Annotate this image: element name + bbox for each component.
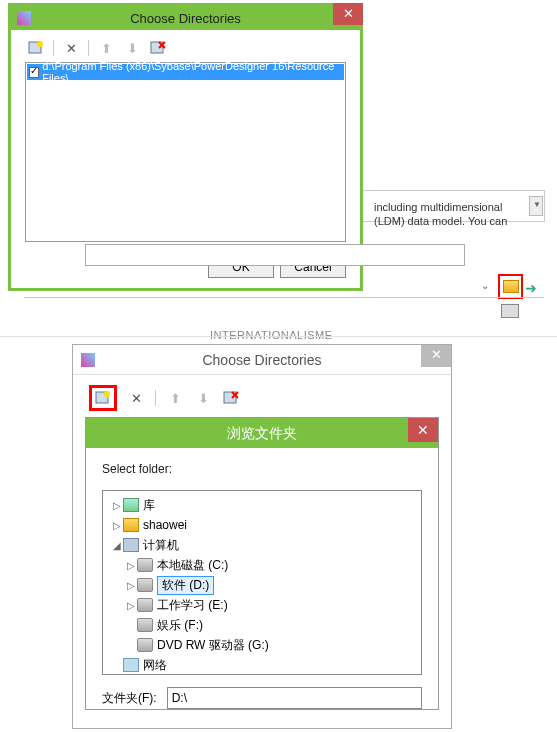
list-item[interactable]: d:\Program Files (x86)\Sybase\PowerDesig… [27, 64, 344, 80]
separator [155, 390, 156, 406]
list-item-text: d:\Program Files (x86)\Sybase\PowerDesig… [42, 60, 342, 84]
expand-icon[interactable]: ▷ [125, 560, 137, 571]
svg-point-6 [104, 391, 110, 397]
toolbar: ✕ ⬆ ⬇ [73, 375, 451, 417]
close-button[interactable]: ✕ [421, 345, 451, 367]
bg-line2: (LDM) data model. You can [374, 215, 507, 227]
titlebar[interactable]: Choose Directories ✕ [73, 345, 451, 375]
down-arrow-icon[interactable]: ⬇ [123, 40, 141, 56]
expand-icon[interactable]: ▷ [111, 500, 123, 511]
tree-node[interactable]: DVD RW 驱动器 (G:) [125, 635, 419, 655]
svg-point-1 [37, 41, 43, 47]
bg-line1: including multidimensional [374, 201, 502, 213]
tree-node[interactable]: ▷库 [111, 495, 419, 515]
titlebar[interactable]: Choose Directories ✕ [11, 6, 360, 30]
new-icon[interactable] [94, 390, 112, 406]
node-label: 娱乐 (F:) [157, 617, 203, 634]
node-icon [137, 638, 153, 652]
close-button[interactable]: ✕ [333, 3, 363, 25]
up-arrow-icon[interactable]: ⬆ [97, 40, 115, 56]
title-text: Choose Directories [11, 11, 360, 26]
node-icon [137, 598, 153, 612]
folder-input-row: 文件夹(F): [102, 687, 422, 709]
expand-icon[interactable]: ◢ [111, 540, 123, 551]
expand-icon[interactable] [125, 620, 137, 631]
node-icon [137, 578, 153, 592]
path-field[interactable] [85, 244, 465, 266]
node-icon [123, 658, 139, 672]
select-folder-label: Select folder: [102, 462, 422, 476]
expand-icon[interactable]: ▷ [125, 580, 137, 591]
directory-list[interactable]: d:\Program Files (x86)\Sybase\PowerDesig… [25, 62, 346, 242]
highlight-marker [498, 274, 523, 299]
up-arrow-icon[interactable]: ⬆ [166, 390, 184, 406]
node-icon [123, 518, 139, 532]
separator [88, 40, 89, 56]
expand-icon[interactable] [111, 660, 123, 671]
divider [24, 297, 544, 298]
expand-icon[interactable]: ▷ [111, 520, 123, 531]
node-icon [137, 618, 153, 632]
delete-icon[interactable]: ✕ [127, 390, 145, 406]
printer-icon[interactable] [501, 304, 519, 318]
node-label: 本地磁盘 (C:) [157, 557, 228, 574]
tree-node[interactable]: ▷软件 (D:) [125, 575, 419, 595]
folder-label: 文件夹(F): [102, 690, 157, 707]
bg-description: including multidimensional (LDM) data mo… [374, 200, 524, 229]
browse-folder-dialog: 浏览文件夹 ✕ Select folder: ▷库▷shaowei◢计算机▷本地… [85, 417, 439, 710]
folder-tree[interactable]: ▷库▷shaowei◢计算机▷本地磁盘 (C:)▷软件 (D:)▷工作学习 (E… [102, 490, 422, 675]
tree-node[interactable]: ▷shaowei [111, 515, 419, 535]
separator [53, 40, 54, 56]
tree-node[interactable]: 网络 [111, 655, 419, 675]
down-arrow-icon[interactable]: ⬇ [194, 390, 212, 406]
node-label: DVD RW 驱动器 (G:) [157, 637, 269, 654]
tree-node[interactable]: ▷本地磁盘 (C:) [125, 555, 419, 575]
node-icon [137, 558, 153, 572]
browse-title-text: 浏览文件夹 [227, 425, 297, 441]
highlight-marker [89, 385, 117, 411]
divider [0, 336, 557, 337]
node-label: 软件 (D:) [157, 576, 214, 595]
toolbar: ✕ ⬆ ⬇ [11, 30, 360, 62]
new-icon[interactable] [27, 40, 45, 56]
node-icon [123, 538, 139, 552]
browse-titlebar[interactable]: 浏览文件夹 ✕ [86, 418, 438, 448]
path-row: ⌄ ➜ [30, 244, 545, 268]
node-label: shaowei [143, 518, 187, 532]
go-icon[interactable]: ➜ [525, 280, 537, 296]
blur-text: INTERNATIONALISME [210, 329, 333, 341]
delete-icon[interactable]: ✕ [62, 40, 80, 56]
scrollbar-down[interactable] [529, 196, 543, 216]
choose-directories-dialog-2: Choose Directories ✕ ✕ ⬆ ⬇ 浏览文件夹 ✕ Selec… [72, 344, 452, 729]
close-button[interactable]: ✕ [408, 418, 438, 442]
node-label: 计算机 [143, 537, 179, 554]
folder-input[interactable] [167, 687, 422, 709]
node-label: 网络 [143, 657, 167, 674]
node-icon [123, 498, 139, 512]
title-text: Choose Directories [73, 352, 451, 368]
remove-icon[interactable] [149, 40, 167, 56]
tree-node[interactable]: 娱乐 (F:) [125, 615, 419, 635]
expand-icon[interactable]: ▷ [125, 600, 137, 611]
checkbox[interactable] [29, 67, 39, 78]
node-label: 库 [143, 497, 155, 514]
node-label: 工作学习 (E:) [157, 597, 228, 614]
expand-icon[interactable] [125, 640, 137, 651]
tree-node[interactable]: ◢计算机 [111, 535, 419, 555]
browse-body: Select folder: ▷库▷shaowei◢计算机▷本地磁盘 (C:)▷… [86, 448, 438, 709]
tree-node[interactable]: ▷工作学习 (E:) [125, 595, 419, 615]
remove-icon[interactable] [222, 390, 240, 406]
